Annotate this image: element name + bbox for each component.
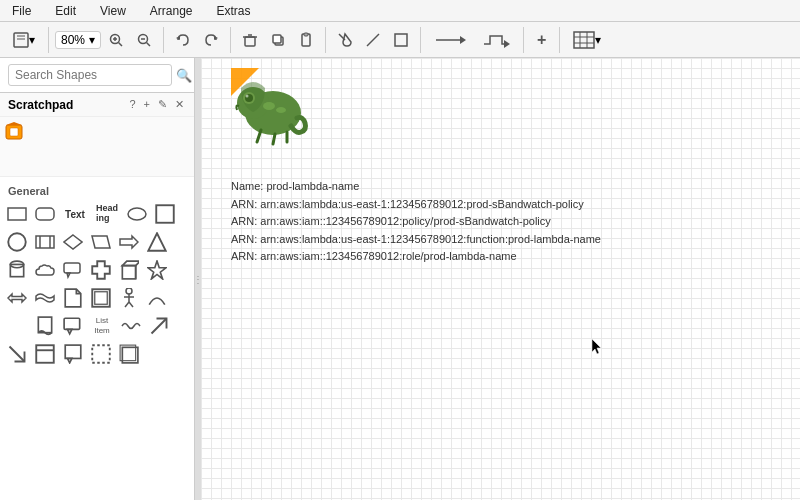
- paste-button[interactable]: [293, 27, 319, 53]
- shape-person[interactable]: [116, 285, 142, 311]
- waypoint-button[interactable]: [475, 27, 517, 53]
- menu-view[interactable]: View: [96, 2, 130, 20]
- edit-group: [237, 27, 326, 53]
- svg-marker-44: [148, 233, 166, 251]
- shape-cylinder[interactable]: [4, 257, 30, 283]
- shape-star[interactable]: [144, 257, 170, 283]
- scratchpad-header: Scratchpad ? + ✎ ✕: [0, 93, 194, 117]
- shape-arrow-down-right[interactable]: [4, 341, 30, 367]
- shape-process[interactable]: [32, 229, 58, 255]
- menu-edit[interactable]: Edit: [51, 2, 80, 20]
- svg-rect-33: [8, 208, 26, 220]
- undo-button[interactable]: [170, 27, 196, 53]
- border-button[interactable]: [388, 27, 414, 53]
- shape-doc[interactable]: [32, 313, 58, 339]
- svg-marker-65: [67, 329, 71, 333]
- copy-button[interactable]: [265, 27, 291, 53]
- shape-square[interactable]: [152, 201, 178, 227]
- redo-button[interactable]: [198, 27, 224, 53]
- shape-wave[interactable]: [32, 285, 58, 311]
- line-style-button[interactable]: [360, 27, 386, 53]
- search-icon[interactable]: 🔍: [176, 68, 192, 83]
- scratchpad-close-icon[interactable]: ✕: [173, 97, 186, 112]
- history-group: [170, 27, 231, 53]
- svg-rect-64: [64, 318, 80, 329]
- delete-button[interactable]: [237, 27, 263, 53]
- svg-line-61: [125, 302, 129, 307]
- shape-triangle[interactable]: [144, 229, 170, 255]
- shape-ellipse[interactable]: [124, 201, 150, 227]
- svg-rect-31: [10, 128, 18, 136]
- fill-color-button[interactable]: [332, 27, 358, 53]
- svg-point-85: [276, 107, 286, 113]
- shape-note[interactable]: [60, 285, 86, 311]
- search-box: 🔍: [0, 58, 194, 93]
- zoom-in-button[interactable]: [103, 27, 129, 53]
- canvas-shape-chameleon[interactable]: [231, 68, 311, 151]
- zoom-dropdown-icon: ▾: [89, 33, 95, 47]
- shape-callout2[interactable]: [60, 313, 86, 339]
- shape-cross[interactable]: [88, 257, 114, 283]
- scratchpad-title: Scratchpad: [8, 98, 123, 112]
- zoom-control[interactable]: 80% ▾: [55, 31, 101, 49]
- menu-arrange[interactable]: Arrange: [146, 2, 197, 20]
- svg-marker-49: [92, 261, 110, 279]
- shape-rect-split[interactable]: [32, 341, 58, 367]
- sidebar: 🔍 Scratchpad ? + ✎ ✕ General: [0, 58, 195, 500]
- zoom-group: 80% ▾: [55, 27, 164, 53]
- shape-squiggle[interactable]: [118, 313, 144, 339]
- table-button[interactable]: ▾: [566, 27, 608, 53]
- shape-diamond[interactable]: [60, 229, 86, 255]
- info-line-arn3: ARN: arn:aws:lambda:us-east-1:1234567890…: [231, 231, 601, 249]
- svg-marker-42: [92, 236, 110, 248]
- svg-rect-21: [395, 34, 407, 46]
- svg-rect-25: [574, 32, 594, 48]
- svg-point-37: [8, 233, 26, 251]
- menu-file[interactable]: File: [8, 2, 35, 20]
- shape-rectangle[interactable]: [4, 201, 30, 227]
- shape-heading[interactable]: Heading: [92, 201, 122, 227]
- svg-marker-32: [6, 122, 22, 125]
- shape-arrow-up-right[interactable]: [146, 313, 172, 339]
- svg-line-82: [273, 134, 275, 144]
- zoom-out-button[interactable]: [131, 27, 157, 53]
- shape-rounded-rectangle[interactable]: [32, 201, 58, 227]
- shape-cloud[interactable]: [32, 257, 58, 283]
- shape-rect4[interactable]: [116, 341, 142, 367]
- scratchpad-add-icon[interactable]: +: [142, 97, 152, 112]
- svg-line-66: [152, 319, 167, 334]
- shape-callout[interactable]: [60, 257, 86, 283]
- shape-double-arrow[interactable]: [4, 285, 30, 311]
- shape-empty5: [4, 313, 30, 339]
- search-input[interactable]: [8, 64, 172, 86]
- shape-circle[interactable]: [4, 229, 30, 255]
- scratchpad-edit-icon[interactable]: ✎: [156, 97, 169, 112]
- scratchpad-help-icon[interactable]: ?: [127, 97, 137, 112]
- shape-rect-callout[interactable]: [60, 341, 86, 367]
- svg-marker-55: [65, 289, 81, 307]
- shape-right-arrow[interactable]: [116, 229, 142, 255]
- add-button[interactable]: +: [530, 27, 553, 53]
- shapes-grid-general: Text Heading: [4, 199, 190, 369]
- canvas[interactable]: Name: prod-lambda-name ARN: arn:aws:lamb…: [201, 58, 800, 500]
- shape-arc[interactable]: [144, 285, 170, 311]
- style-group: [332, 27, 421, 53]
- svg-rect-12: [245, 37, 255, 46]
- shape-rect2[interactable]: [88, 285, 114, 311]
- shape-text[interactable]: Text: [60, 201, 90, 227]
- info-line-arn4: ARN: arn:aws:iam::123456789012:role/prod…: [231, 248, 601, 266]
- menu-extras[interactable]: Extras: [213, 2, 255, 20]
- info-line-arn2: ARN: arn:aws:iam::123456789012:policy/pr…: [231, 213, 601, 231]
- scratchpad-shape-preview: [4, 121, 32, 143]
- arrow-button[interactable]: [427, 27, 473, 53]
- chameleon-icon: [231, 68, 311, 148]
- shape-cube[interactable]: [116, 257, 142, 283]
- shape-list-item[interactable]: ListItem: [88, 313, 116, 339]
- svg-rect-34: [36, 208, 54, 220]
- info-line-arn1: ARN: arn:aws:lambda:us-east-1:1234567890…: [231, 196, 601, 214]
- shape-rect3[interactable]: [88, 341, 114, 367]
- page-selector[interactable]: ▾: [6, 27, 42, 53]
- svg-line-81: [257, 130, 261, 142]
- svg-marker-71: [67, 358, 71, 362]
- shape-parallelogram[interactable]: [88, 229, 114, 255]
